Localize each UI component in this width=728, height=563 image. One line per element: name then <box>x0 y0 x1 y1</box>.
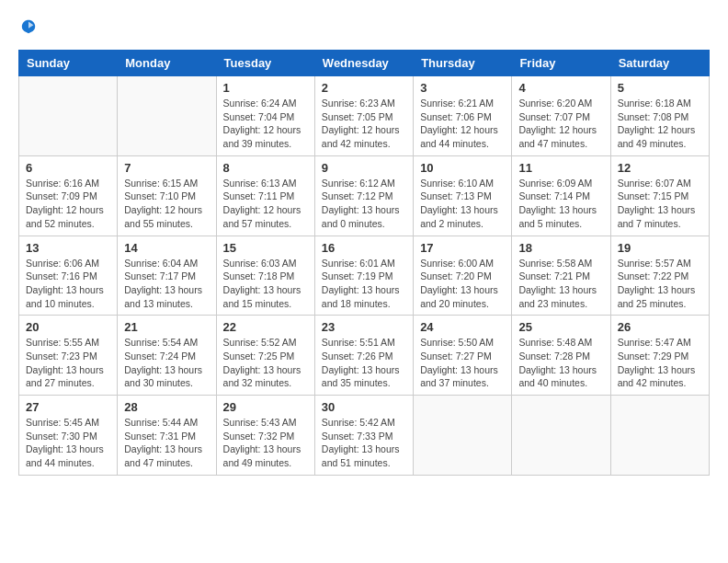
calendar-table: SundayMondayTuesdayWednesdayThursdayFrid… <box>18 50 710 476</box>
day-number: 25 <box>518 320 603 334</box>
calendar-header-row: SundayMondayTuesdayWednesdayThursdayFrid… <box>19 51 710 76</box>
calendar-day-cell: 13Sunrise: 6:06 AM Sunset: 7:16 PM Dayli… <box>19 236 118 316</box>
day-info: Sunrise: 6:21 AM Sunset: 7:06 PM Dayligh… <box>420 97 505 151</box>
day-number: 19 <box>618 241 702 255</box>
logo <box>18 18 37 35</box>
day-info: Sunrise: 6:12 AM Sunset: 7:12 PM Dayligh… <box>322 177 406 231</box>
calendar-week-row: 20Sunrise: 5:55 AM Sunset: 7:23 PM Dayli… <box>19 316 710 396</box>
calendar-week-row: 1Sunrise: 6:24 AM Sunset: 7:04 PM Daylig… <box>19 76 710 156</box>
day-number: 13 <box>26 241 110 255</box>
day-number: 14 <box>124 241 209 255</box>
day-info: Sunrise: 6:20 AM Sunset: 7:07 PM Dayligh… <box>518 97 603 151</box>
day-info: Sunrise: 5:44 AM Sunset: 7:31 PM Dayligh… <box>124 416 209 470</box>
day-info: Sunrise: 6:01 AM Sunset: 7:19 PM Dayligh… <box>322 257 406 311</box>
day-number: 30 <box>322 400 406 414</box>
day-info: Sunrise: 6:13 AM Sunset: 7:11 PM Dayligh… <box>223 177 308 231</box>
day-info: Sunrise: 5:58 AM Sunset: 7:21 PM Dayligh… <box>518 257 603 311</box>
calendar-day-cell: 18Sunrise: 5:58 AM Sunset: 7:21 PM Dayli… <box>512 236 610 316</box>
calendar-week-row: 27Sunrise: 5:45 AM Sunset: 7:30 PM Dayli… <box>19 396 710 476</box>
day-info: Sunrise: 5:55 AM Sunset: 7:23 PM Dayligh… <box>26 336 110 390</box>
weekday-header: Thursday <box>414 51 512 76</box>
calendar-day-cell: 15Sunrise: 6:03 AM Sunset: 7:18 PM Dayli… <box>216 236 314 316</box>
day-number: 23 <box>322 320 406 334</box>
day-number: 12 <box>618 161 702 175</box>
weekday-header: Friday <box>512 51 610 76</box>
calendar-day-cell: 3Sunrise: 6:21 AM Sunset: 7:06 PM Daylig… <box>414 76 512 156</box>
day-info: Sunrise: 5:51 AM Sunset: 7:26 PM Dayligh… <box>322 336 406 390</box>
calendar-day-cell: 12Sunrise: 6:07 AM Sunset: 7:15 PM Dayli… <box>610 155 709 236</box>
day-info: Sunrise: 5:52 AM Sunset: 7:25 PM Dayligh… <box>223 336 308 390</box>
day-number: 8 <box>223 161 308 175</box>
calendar-day-cell: 4Sunrise: 6:20 AM Sunset: 7:07 PM Daylig… <box>512 76 610 156</box>
calendar-day-cell: 7Sunrise: 6:15 AM Sunset: 7:10 PM Daylig… <box>118 155 216 236</box>
calendar-day-cell: 27Sunrise: 5:45 AM Sunset: 7:30 PM Dayli… <box>19 396 118 476</box>
calendar-day-cell <box>512 396 610 476</box>
day-number: 6 <box>26 161 110 175</box>
calendar-day-cell: 1Sunrise: 6:24 AM Sunset: 7:04 PM Daylig… <box>216 76 314 156</box>
day-info: Sunrise: 6:00 AM Sunset: 7:20 PM Dayligh… <box>420 257 505 311</box>
day-info: Sunrise: 6:23 AM Sunset: 7:05 PM Dayligh… <box>322 97 406 151</box>
day-number: 29 <box>223 400 308 414</box>
day-number: 22 <box>223 320 308 334</box>
day-number: 21 <box>124 320 209 334</box>
calendar-day-cell <box>414 396 512 476</box>
day-info: Sunrise: 5:45 AM Sunset: 7:30 PM Dayligh… <box>26 416 110 470</box>
calendar-day-cell: 8Sunrise: 6:13 AM Sunset: 7:11 PM Daylig… <box>216 155 314 236</box>
day-number: 1 <box>223 81 308 95</box>
calendar-day-cell: 19Sunrise: 5:57 AM Sunset: 7:22 PM Dayli… <box>610 236 709 316</box>
calendar-day-cell: 6Sunrise: 6:16 AM Sunset: 7:09 PM Daylig… <box>19 155 118 236</box>
calendar-day-cell: 10Sunrise: 6:10 AM Sunset: 7:13 PM Dayli… <box>414 155 512 236</box>
weekday-header: Sunday <box>19 51 118 76</box>
day-info: Sunrise: 6:15 AM Sunset: 7:10 PM Dayligh… <box>124 177 209 231</box>
day-number: 10 <box>420 161 505 175</box>
day-info: Sunrise: 6:16 AM Sunset: 7:09 PM Dayligh… <box>26 177 110 231</box>
calendar-day-cell: 25Sunrise: 5:48 AM Sunset: 7:28 PM Dayli… <box>512 316 610 396</box>
day-number: 18 <box>518 241 603 255</box>
day-number: 4 <box>518 81 603 95</box>
weekday-header: Wednesday <box>314 51 413 76</box>
calendar-day-cell: 17Sunrise: 6:00 AM Sunset: 7:20 PM Dayli… <box>414 236 512 316</box>
day-number: 27 <box>26 400 110 414</box>
calendar-day-cell: 21Sunrise: 5:54 AM Sunset: 7:24 PM Dayli… <box>118 316 216 396</box>
calendar-day-cell: 20Sunrise: 5:55 AM Sunset: 7:23 PM Dayli… <box>19 316 118 396</box>
calendar-day-cell: 22Sunrise: 5:52 AM Sunset: 7:25 PM Dayli… <box>216 316 314 396</box>
day-number: 17 <box>420 241 505 255</box>
day-number: 3 <box>420 81 505 95</box>
day-info: Sunrise: 5:42 AM Sunset: 7:33 PM Dayligh… <box>322 416 406 470</box>
day-number: 9 <box>322 161 406 175</box>
calendar-day-cell: 23Sunrise: 5:51 AM Sunset: 7:26 PM Dayli… <box>314 316 413 396</box>
calendar-day-cell: 14Sunrise: 6:04 AM Sunset: 7:17 PM Dayli… <box>118 236 216 316</box>
calendar-day-cell: 26Sunrise: 5:47 AM Sunset: 7:29 PM Dayli… <box>610 316 709 396</box>
day-number: 11 <box>518 161 603 175</box>
day-info: Sunrise: 5:43 AM Sunset: 7:32 PM Dayligh… <box>223 416 308 470</box>
day-number: 15 <box>223 241 308 255</box>
calendar-day-cell: 29Sunrise: 5:43 AM Sunset: 7:32 PM Dayli… <box>216 396 314 476</box>
calendar-day-cell: 24Sunrise: 5:50 AM Sunset: 7:27 PM Dayli… <box>414 316 512 396</box>
calendar-day-cell: 2Sunrise: 6:23 AM Sunset: 7:05 PM Daylig… <box>314 76 413 156</box>
calendar-day-cell: 30Sunrise: 5:42 AM Sunset: 7:33 PM Dayli… <box>314 396 413 476</box>
day-info: Sunrise: 6:09 AM Sunset: 7:14 PM Dayligh… <box>518 177 603 231</box>
day-info: Sunrise: 6:10 AM Sunset: 7:13 PM Dayligh… <box>420 177 505 231</box>
day-info: Sunrise: 5:54 AM Sunset: 7:24 PM Dayligh… <box>124 336 209 390</box>
day-number: 20 <box>26 320 110 334</box>
day-info: Sunrise: 6:07 AM Sunset: 7:15 PM Dayligh… <box>618 177 702 231</box>
day-number: 5 <box>618 81 702 95</box>
day-number: 16 <box>322 241 406 255</box>
day-info: Sunrise: 5:50 AM Sunset: 7:27 PM Dayligh… <box>420 336 505 390</box>
day-info: Sunrise: 6:03 AM Sunset: 7:18 PM Dayligh… <box>223 257 308 311</box>
logo-icon <box>20 18 37 35</box>
day-info: Sunrise: 6:24 AM Sunset: 7:04 PM Dayligh… <box>223 97 308 151</box>
calendar-week-row: 13Sunrise: 6:06 AM Sunset: 7:16 PM Dayli… <box>19 236 710 316</box>
day-number: 7 <box>124 161 209 175</box>
day-info: Sunrise: 5:48 AM Sunset: 7:28 PM Dayligh… <box>518 336 603 390</box>
day-info: Sunrise: 5:47 AM Sunset: 7:29 PM Dayligh… <box>618 336 702 390</box>
weekday-header: Tuesday <box>216 51 314 76</box>
day-info: Sunrise: 5:57 AM Sunset: 7:22 PM Dayligh… <box>618 257 702 311</box>
day-number: 28 <box>124 400 209 414</box>
weekday-header: Saturday <box>610 51 709 76</box>
calendar-day-cell: 11Sunrise: 6:09 AM Sunset: 7:14 PM Dayli… <box>512 155 610 236</box>
day-number: 24 <box>420 320 505 334</box>
weekday-header: Monday <box>118 51 216 76</box>
calendar-day-cell: 16Sunrise: 6:01 AM Sunset: 7:19 PM Dayli… <box>314 236 413 316</box>
calendar-day-cell: 5Sunrise: 6:18 AM Sunset: 7:08 PM Daylig… <box>610 76 709 156</box>
